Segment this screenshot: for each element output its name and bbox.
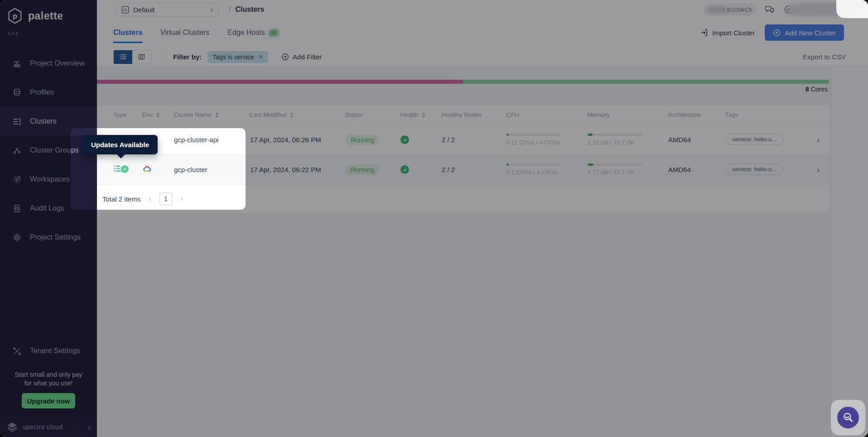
magnifier-smile-icon — [842, 412, 854, 423]
tooltip-text: Updates Available — [91, 141, 149, 149]
tab-clusters[interactable]: Clusters — [113, 29, 142, 43]
healthy-nodes: 2 / 2 — [442, 166, 506, 173]
gear-icon — [12, 232, 22, 242]
credits-pill[interactable]: 0.6/100kCh — [704, 4, 757, 15]
env-gcp-icon — [142, 165, 174, 174]
row-chevron-icon[interactable]: › — [807, 165, 829, 175]
tab-label: Edge Hosts — [227, 29, 265, 37]
remove-filter-icon[interactable]: ✕ — [258, 53, 263, 60]
column-header-status: Status — [345, 111, 400, 119]
sidebar-item-tenant-settings[interactable]: Tenant Settings — [0, 336, 97, 365]
sort-icon[interactable] — [290, 112, 294, 118]
tabs-row: ClustersVirtual ClustersEdge Hosts Impor… — [97, 19, 868, 48]
upgrade-now-button[interactable]: Upgrade now — [22, 393, 75, 408]
main-area: Default ∨ / Clusters 0.6/100kCh Docs — [97, 0, 868, 437]
spectro-cloud-label: spectro cloud — [23, 423, 83, 431]
column-label: Status — [345, 111, 362, 118]
next-page-icon[interactable]: › — [178, 194, 185, 203]
export-to-csv-button[interactable]: Export to CSV — [803, 53, 846, 61]
sort-icon[interactable] — [156, 112, 160, 118]
architecture: AMD64 — [668, 166, 725, 173]
column-label: CPU — [506, 111, 520, 118]
add-new-cluster-label: Add New Cluster — [785, 29, 836, 37]
divider — [162, 53, 163, 62]
sidebar-item-clusters[interactable]: Clusters — [0, 107, 97, 136]
column-header-cluster-name[interactable]: Cluster Name — [174, 111, 250, 119]
row-chevron-icon[interactable]: › — [807, 135, 829, 145]
import-cluster-button[interactable]: Import Cluster — [697, 24, 757, 41]
project-selector-value: Default — [133, 6, 205, 14]
import-cluster-label: Import Cluster — [712, 29, 755, 37]
cores-label: 8 Cores — [805, 86, 828, 93]
tooltip-arrow — [116, 154, 125, 158]
column-label: Cluster Name — [174, 111, 212, 118]
sort-icon[interactable] — [215, 112, 219, 118]
logo[interactable]: p palette — [0, 0, 97, 24]
sidebar-item-project-overview[interactable]: Project Overview — [0, 49, 97, 78]
table-body: gcp-cluster-api17 Apr, 2024, 06:26 PMRun… — [97, 125, 829, 185]
collapse-sidebar-icon[interactable]: ‹ — [88, 423, 91, 432]
column-header-env[interactable]: Env — [142, 111, 174, 119]
tab-virtual-clusters[interactable]: Virtual Clusters — [160, 29, 209, 43]
svg-text:p: p — [13, 12, 17, 20]
architecture: AMD64 — [668, 136, 725, 144]
plus-circle-icon — [281, 53, 289, 61]
tab-count-badge-blurred — [269, 29, 278, 36]
list-view-button[interactable] — [114, 50, 132, 64]
spectro-cloud-logo-icon — [6, 422, 18, 432]
add-new-cluster-button[interactable]: Add New Cluster — [765, 24, 844, 41]
filter-row: Filter by: Tags is service ✕ Add Filter … — [97, 48, 868, 67]
column-label: Healthy Nodes — [442, 111, 482, 118]
sidebar-item-audit-logs[interactable]: Audit Logs — [0, 194, 97, 223]
assistant-widget — [831, 400, 865, 435]
layers-icon — [12, 87, 22, 97]
table-row-gcp-cluster-api[interactable]: gcp-cluster-api17 Apr, 2024, 06:26 PMRun… — [97, 125, 829, 155]
column-header-cpu: CPU — [506, 111, 588, 119]
sidebar-item-label: Project Overview — [30, 59, 85, 67]
cluster-name[interactable]: gcp-cluster — [174, 166, 250, 173]
pagination-total: Total 2 items — [102, 195, 140, 203]
map-icon — [138, 53, 145, 61]
add-filter-label: Add Filter — [293, 53, 322, 61]
map-view-button[interactable] — [132, 50, 151, 64]
import-icon — [700, 29, 708, 37]
search-assistant-button[interactable] — [837, 407, 859, 428]
scrollbar-track[interactable] — [832, 67, 868, 437]
project-selector[interactable]: Default ∨ — [116, 3, 219, 16]
cluster-name[interactable]: gcp-cluster-api — [174, 136, 250, 144]
column-label: Last Modified — [250, 111, 286, 118]
tab-edge-hosts[interactable]: Edge Hosts — [227, 29, 278, 43]
page-number[interactable]: 1 — [159, 192, 172, 205]
column-label: Type — [113, 111, 126, 118]
column-label: Health — [400, 111, 418, 118]
column-label: Architecture — [668, 111, 701, 118]
memory-usage: 1.77 Gb / 15.7 Gb — [588, 163, 668, 176]
orbit-icon — [12, 174, 22, 184]
filter-chip[interactable]: Tags is service ✕ — [207, 51, 268, 63]
table-row-gcp-cluster[interactable]: gcp-cluster17 Apr, 2024, 06:22 PMRunning… — [97, 155, 829, 185]
chart-icon — [12, 58, 22, 68]
chat-icon[interactable] — [764, 4, 776, 15]
column-header-last-modified[interactable]: Last Modified — [250, 111, 345, 119]
upgrade-promo: Start small and only pay for what you us… — [0, 370, 97, 388]
column-header-tags: Tags — [725, 111, 807, 119]
add-filter-button[interactable]: Add Filter — [281, 53, 322, 61]
table-header: TypeEnvCluster NameLast ModifiedStatusHe… — [97, 105, 829, 125]
project-chart-icon — [121, 6, 129, 14]
filter-by-label: Filter by: — [173, 53, 202, 61]
column-header-actions — [807, 111, 829, 119]
column-header-healthy-nodes: Healthy Nodes — [442, 111, 506, 119]
sidebar-item-workspaces[interactable]: Workspaces — [0, 165, 97, 194]
sort-icon[interactable] — [422, 112, 425, 118]
sidebar-item-project-settings[interactable]: Project Settings — [0, 223, 97, 252]
logo-wordmark: palette — [28, 10, 63, 22]
column-header-type: Type — [97, 111, 142, 119]
column-header-health[interactable]: Health — [400, 111, 442, 119]
prev-page-icon[interactable]: ‹ — [147, 194, 153, 203]
sidebar-item-label: Audit Logs — [30, 204, 64, 212]
breadcrumb: Clusters — [235, 5, 264, 14]
last-modified: 17 Apr, 2024, 06:26 PM — [250, 136, 345, 144]
updates-available-badge-icon[interactable] — [121, 165, 129, 173]
sidebar-item-profiles[interactable]: Profiles — [0, 78, 97, 107]
sidebar-item-label: Clusters — [30, 117, 57, 125]
